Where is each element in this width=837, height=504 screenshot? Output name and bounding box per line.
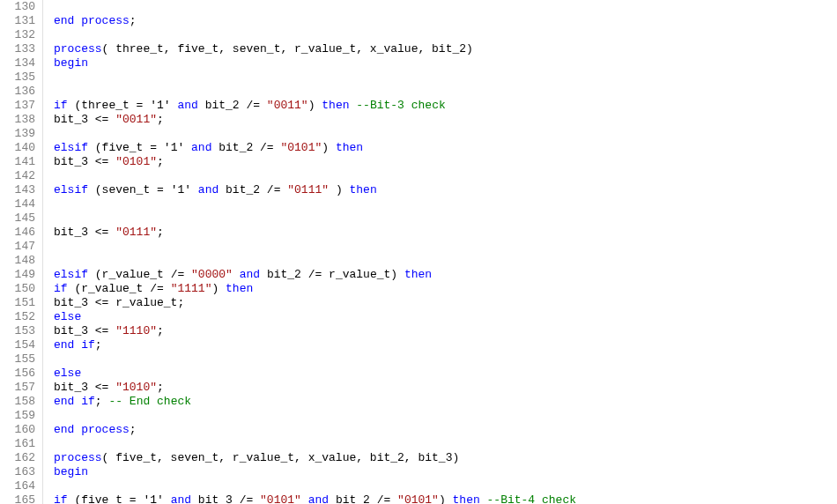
code-line[interactable]: 149elsif (r_value_t /= "0000" and bit_2 … xyxy=(0,268,837,282)
token-kw: else xyxy=(54,367,81,380)
code-content[interactable]: if (three_t = '1' and bit_2 /= "0011") t… xyxy=(43,99,837,113)
code-content[interactable]: bit_3 <= "0111"; xyxy=(43,226,837,240)
code-line[interactable]: 131end process; xyxy=(0,14,837,28)
code-content[interactable]: end process; xyxy=(43,14,837,28)
token-cmt: --Bit-3 check xyxy=(356,99,445,112)
token-id: bit_3 <= xyxy=(54,155,115,168)
code-line[interactable]: 160end process; xyxy=(0,423,837,437)
code-line[interactable]: 162process( five_t, seven_t, r_value_t, … xyxy=(0,451,837,465)
line-number: 135 xyxy=(0,70,43,85)
token-kw: then xyxy=(349,183,376,196)
code-content[interactable]: bit_3 <= "0101"; xyxy=(43,155,837,169)
code-line[interactable]: 139 xyxy=(0,127,837,141)
token-kw: if xyxy=(54,282,68,295)
code-content[interactable] xyxy=(43,352,837,367)
code-content[interactable]: else xyxy=(43,310,837,324)
code-content[interactable] xyxy=(43,409,837,423)
code-line[interactable]: 143elsif (seven_t = '1' and bit_2 /= "01… xyxy=(0,183,837,197)
code-content[interactable] xyxy=(43,169,837,183)
code-content[interactable] xyxy=(43,211,837,226)
code-line[interactable]: 156else xyxy=(0,367,837,381)
code-line[interactable]: 145 xyxy=(0,211,837,226)
token-id: ) xyxy=(211,282,226,295)
code-line[interactable]: 154end if; xyxy=(0,338,837,352)
code-line[interactable]: 140elsif (five_t = '1' and bit_2 /= "010… xyxy=(0,141,837,155)
token-id: bit_3 <= xyxy=(54,324,115,337)
token-id: ( five_t, seven_t, r_value_t, x_value, b… xyxy=(102,451,460,464)
code-line[interactable]: 134begin xyxy=(0,56,837,70)
code-content[interactable]: elsif (five_t = '1' and bit_2 /= "0101")… xyxy=(43,141,837,155)
line-number: 141 xyxy=(0,155,43,169)
code-content[interactable]: process( three_t, five_t, seven_t, r_val… xyxy=(43,42,837,56)
code-content[interactable]: end process; xyxy=(43,423,837,437)
code-line[interactable]: 142 xyxy=(0,169,837,183)
code-content[interactable]: if (five_t = '1' and bit_3 /= "0101" and… xyxy=(43,493,837,504)
code-content[interactable] xyxy=(43,479,837,493)
code-line[interactable]: 163begin xyxy=(0,465,837,479)
code-content[interactable]: end if; -- End check xyxy=(43,395,837,409)
code-line[interactable]: 155 xyxy=(0,352,837,367)
code-content[interactable] xyxy=(43,28,837,42)
code-line[interactable]: 150if (r_value_t /= "1111") then xyxy=(0,282,837,296)
line-number: 134 xyxy=(0,56,43,70)
token-str: "0000" xyxy=(191,268,233,281)
code-line[interactable]: 146bit_3 <= "0111"; xyxy=(0,226,837,240)
code-content[interactable] xyxy=(43,0,837,14)
code-line[interactable]: 164 xyxy=(0,479,837,493)
code-content[interactable]: else xyxy=(43,367,837,381)
code-content[interactable]: begin xyxy=(43,56,837,70)
code-line[interactable]: 157bit_3 <= "1010"; xyxy=(0,381,837,395)
code-content[interactable]: begin xyxy=(43,465,837,479)
code-line[interactable]: 158end if; -- End check xyxy=(0,395,837,409)
code-content[interactable]: elsif (seven_t = '1' and bit_2 /= "0111"… xyxy=(43,183,837,197)
code-content[interactable]: process( five_t, seven_t, r_value_t, x_v… xyxy=(43,451,837,465)
code-content[interactable] xyxy=(43,437,837,451)
code-content[interactable]: end if; xyxy=(43,338,837,352)
code-content[interactable] xyxy=(43,254,837,268)
code-line[interactable]: 153bit_3 <= "1110"; xyxy=(0,324,837,338)
code-content[interactable] xyxy=(43,197,837,211)
token-id xyxy=(301,493,308,504)
code-line[interactable]: 135 xyxy=(0,70,837,85)
token-kw: end xyxy=(54,423,74,436)
code-editor[interactable]: 130131end process;132133process( three_t… xyxy=(0,0,837,504)
token-kw: elsif xyxy=(54,268,88,281)
token-id: (five_t = '1' xyxy=(68,493,171,504)
code-line[interactable]: 151bit_3 <= r_value_t; xyxy=(0,296,837,310)
code-line[interactable]: 137if (three_t = '1' and bit_2 /= "0011"… xyxy=(0,99,837,113)
code-content[interactable]: bit_3 <= r_value_t; xyxy=(43,296,837,310)
line-number: 145 xyxy=(0,211,43,226)
code-line[interactable]: 161 xyxy=(0,437,837,451)
token-id: ) xyxy=(322,141,336,154)
code-line[interactable]: 144 xyxy=(0,197,837,211)
code-line[interactable]: 152else xyxy=(0,310,837,324)
code-content[interactable]: bit_3 <= "1110"; xyxy=(43,324,837,338)
code-content[interactable] xyxy=(43,70,837,85)
code-line[interactable]: 136 xyxy=(0,85,837,99)
code-line[interactable]: 133process( three_t, five_t, seven_t, r_… xyxy=(0,42,837,56)
code-content[interactable] xyxy=(43,127,837,141)
token-kw: process xyxy=(81,423,130,436)
token-id: ) xyxy=(329,183,349,196)
token-id: (three_t = '1' xyxy=(68,99,178,112)
code-content[interactable]: bit_3 <= "1010"; xyxy=(43,381,837,395)
code-content[interactable]: bit_3 <= "0011"; xyxy=(43,113,837,127)
code-line[interactable]: 165if (five_t = '1' and bit_3 /= "0101" … xyxy=(0,493,837,504)
code-content[interactable] xyxy=(43,240,837,254)
code-content[interactable]: if (r_value_t /= "1111") then xyxy=(43,282,837,296)
code-line[interactable]: 130 xyxy=(0,0,837,14)
line-number: 143 xyxy=(0,183,43,197)
code-content[interactable]: elsif (r_value_t /= "0000" and bit_2 /= … xyxy=(43,268,837,282)
code-line[interactable]: 132 xyxy=(0,28,837,42)
code-line[interactable]: 147 xyxy=(0,240,837,254)
code-content[interactable] xyxy=(43,85,837,99)
line-number: 158 xyxy=(0,395,43,409)
code-line[interactable]: 148 xyxy=(0,254,837,268)
token-str: "1010" xyxy=(115,381,157,394)
code-line[interactable]: 141bit_3 <= "0101"; xyxy=(0,155,837,169)
token-id: (five_t = '1' xyxy=(88,141,191,154)
token-id: bit_3 <= xyxy=(54,226,115,239)
code-line[interactable]: 138bit_3 <= "0011"; xyxy=(0,113,837,127)
line-number: 159 xyxy=(0,409,43,423)
code-line[interactable]: 159 xyxy=(0,409,837,423)
